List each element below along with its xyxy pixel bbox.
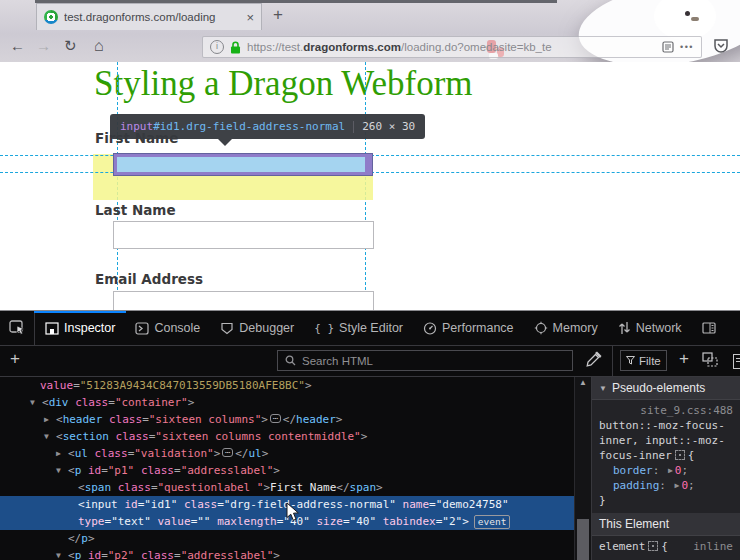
tab-network[interactable]: Network — [608, 311, 692, 345]
expand-twisty-icon[interactable]: ▼ — [30, 394, 42, 411]
collapse-twisty-icon[interactable]: ▼ — [599, 384, 607, 393]
expand-twisty-icon[interactable]: ▼ — [44, 428, 56, 445]
tab-inspector[interactable]: Inspector — [35, 311, 125, 345]
code-token — [134, 464, 141, 477]
code-token: = — [151, 481, 158, 494]
scrollbar-thumb[interactable] — [577, 519, 589, 560]
code-token — [151, 515, 158, 528]
code-token: = — [108, 396, 115, 409]
highlighter-infobar: input#id1.drg-field-address-normal 260 ×… — [110, 114, 425, 139]
reader-mode-icon[interactable] — [662, 41, 674, 53]
markup-row[interactable]: </p> — [0, 530, 574, 547]
tab-style-editor[interactable]: { } Style Editor — [304, 311, 413, 345]
css-declaration[interactable]: padding: ▶0; — [599, 478, 733, 493]
code-token: < — [78, 498, 85, 511]
code-token: "drg-field-address-normal" — [224, 498, 396, 511]
add-rule-button[interactable]: + — [679, 349, 689, 369]
markup-row[interactable]: ▼<section class="sixteen columns content… — [0, 428, 574, 445]
code-token: class — [95, 447, 128, 460]
pick-element-button[interactable] — [0, 311, 35, 345]
code-token: "p2" — [108, 549, 135, 560]
selector-highlighter-icon[interactable] — [648, 541, 658, 551]
first-name-input[interactable] — [117, 157, 365, 172]
code-token — [102, 413, 109, 426]
markup-row[interactable]: <span class="questionlabel ">First Name<… — [0, 479, 574, 496]
performance-icon — [423, 321, 437, 335]
filter-styles-input[interactable]: Filte — [620, 350, 667, 371]
pseudo-class-panel-icon[interactable] — [702, 352, 720, 368]
last-name-input[interactable] — [113, 221, 374, 249]
property-name[interactable]: padding — [613, 479, 659, 492]
scroll-up-icon[interactable]: ▲ — [575, 378, 591, 387]
css-declaration[interactable]: border: ▶0; — [599, 463, 733, 478]
page-actions-icon[interactable]: ••• — [680, 42, 694, 52]
markup-scrollbar[interactable]: ▲ — [574, 377, 591, 560]
code-token: > — [88, 532, 95, 545]
reload-button[interactable]: ↻ — [64, 36, 77, 56]
code-token: type — [78, 515, 105, 528]
code-token: input — [85, 498, 118, 511]
browser-tab[interactable]: test.dragonforms.com/loading × — [36, 3, 262, 30]
tab-partial-right[interactable] — [692, 311, 726, 345]
url-bar[interactable]: i https://test.dragonforms.com/loading.d… — [202, 36, 702, 58]
expand-twisty-icon[interactable]: ▼ — [56, 462, 68, 479]
filter-placeholder: Filte — [639, 355, 661, 367]
pocket-icon[interactable] — [712, 37, 730, 55]
event-badge[interactable]: event — [474, 515, 511, 529]
code-token: header — [296, 413, 336, 426]
code-token: > — [262, 447, 269, 460]
code-token: > — [361, 430, 368, 443]
code-token: maxlength — [217, 515, 277, 528]
code-token: "validation" — [134, 447, 213, 460]
page-viewport: Styling a Dragon Webform First Name Last… — [0, 62, 740, 310]
expand-twisty-icon[interactable]: ▼ — [56, 547, 68, 560]
toolbar-divider — [612, 346, 613, 376]
tab-performance[interactable]: Performance — [413, 311, 524, 345]
code-token: "demo24758" — [436, 498, 509, 511]
markup-row[interactable]: ▼<div class="container"> — [0, 394, 574, 411]
code-token: class — [118, 481, 151, 494]
tab-close-icon[interactable]: × — [246, 11, 254, 24]
home-button[interactable]: ⌂ — [94, 36, 104, 56]
expand-twisty-icon[interactable]: ▶ — [44, 411, 56, 428]
page-info-icon[interactable]: i — [210, 40, 224, 54]
collapsed-children-icon[interactable]: ⋯ — [270, 414, 281, 423]
markup-row[interactable]: ▶<header class="sixteen columns">⋯</head… — [0, 411, 574, 428]
code-token: id — [124, 498, 137, 511]
code-token: < — [78, 481, 85, 494]
add-node-button[interactable]: + — [10, 349, 20, 369]
code-token: = — [174, 549, 181, 560]
email-input[interactable] — [113, 291, 374, 310]
eyedropper-icon[interactable] — [585, 351, 602, 368]
code-token: class — [109, 413, 142, 426]
code-token: First Name — [270, 481, 336, 494]
back-button[interactable]: ← — [10, 36, 25, 56]
partial-toolbar-icon[interactable] — [733, 354, 740, 369]
infobar-arrow — [218, 139, 232, 146]
expand-value-icon[interactable]: ▶ — [675, 481, 680, 490]
markup-row[interactable]: ▶<ul class="validation">⋯</ul> — [0, 445, 574, 462]
code-token: > — [376, 481, 383, 494]
selector-highlighter-icon[interactable] — [675, 450, 685, 460]
markup-row[interactable]: value="51283A9434C847013559DB5180AFE8BC"… — [0, 377, 574, 394]
element-style-rule[interactable]: element{ inline — [592, 536, 740, 557]
property-name[interactable]: border — [613, 464, 653, 477]
tab-memory[interactable]: Memory — [524, 311, 608, 345]
collapsed-children-icon[interactable]: ⋯ — [222, 448, 233, 457]
expand-twisty-icon[interactable]: ▶ — [56, 445, 68, 462]
markup-row[interactable]: ▼<p id="p1" class="addresslabel"> — [0, 462, 574, 479]
tab-console[interactable]: Console — [125, 311, 210, 345]
new-tab-button[interactable]: + — [273, 5, 283, 25]
console-icon — [135, 322, 149, 335]
pseudo-elements-header[interactable]: ▼ Pseudo-elements — [592, 377, 740, 400]
stylesheet-link[interactable]: site_9.css:488 — [599, 403, 733, 418]
forward-button[interactable]: → — [36, 36, 51, 56]
tab-debugger[interactable]: Debugger — [210, 311, 304, 345]
code-token: class — [141, 464, 174, 477]
expand-value-icon[interactable]: ▶ — [668, 466, 673, 475]
rule-selector-line: inner, input::-moz- — [599, 433, 733, 448]
code-token: "40" — [350, 515, 377, 528]
code-token: > — [305, 379, 312, 392]
markup-row[interactable]: ▼<p id="p2" class="addresslabel"> — [0, 547, 574, 560]
search-html-input[interactable]: Search HTML — [277, 350, 573, 371]
